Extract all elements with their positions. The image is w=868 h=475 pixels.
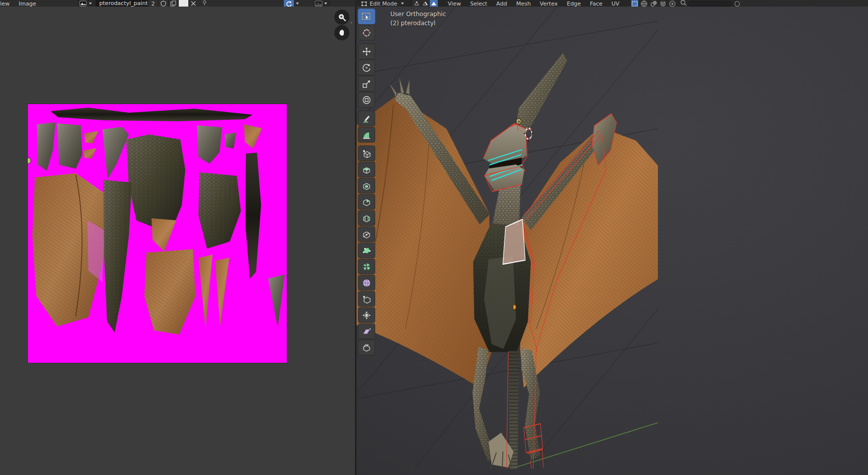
- tool-add-cube[interactable]: [358, 146, 375, 161]
- close-icon: [191, 1, 196, 6]
- object-origin-dot: [513, 305, 516, 309]
- region-divider[interactable]: [355, 0, 356, 475]
- image-editor-header: View Image pterodactyl_painted 2: [0, 0, 355, 7]
- header-filter-field[interactable]: [688, 1, 732, 7]
- edge-slide-icon: [362, 295, 371, 304]
- select-box-mode-icon: [632, 1, 638, 7]
- display-channels-button[interactable]: [313, 0, 330, 7]
- tool-spin[interactable]: [358, 259, 375, 274]
- shrink-fatten-icon: [362, 311, 371, 320]
- shield-icon: [161, 1, 166, 7]
- proportional-edit-button[interactable]: [669, 0, 676, 7]
- unlink-image-button[interactable]: [188, 0, 198, 7]
- image-users-button[interactable]: 2: [148, 0, 158, 7]
- mode-selector[interactable]: Edit Mode: [360, 0, 407, 7]
- duplicate-icon: [170, 1, 176, 7]
- annotate-pencil-icon: [362, 114, 371, 123]
- tool-measure[interactable]: [358, 127, 375, 142]
- pivot-icon: [650, 1, 657, 7]
- menu-face[interactable]: Face: [585, 1, 607, 7]
- snap-magnet-button[interactable]: [659, 0, 667, 7]
- viewport-overlay-text: User Orthographic (2) pterodactyl: [390, 10, 446, 28]
- tool-shrink-fatten[interactable]: [358, 307, 375, 323]
- viewport-toolbar: [358, 9, 375, 356]
- viewport-3d[interactable]: User Orthographic (2) pterodactyl: [356, 7, 868, 475]
- menu-image[interactable]: Image: [14, 1, 40, 7]
- tool-transform[interactable]: [358, 92, 375, 108]
- shear-icon: [362, 327, 371, 336]
- uv-texture-image[interactable]: [28, 104, 287, 363]
- pivot-point-button[interactable]: [650, 0, 657, 7]
- image-name-field[interactable]: pterodactyl_painted: [95, 0, 148, 7]
- mode-label: Edit Mode: [368, 1, 399, 7]
- viewport-header: Edit Mode View Select Add Mesh Vertex Ed…: [355, 0, 740, 7]
- uv-image-editor[interactable]: ‹: [0, 7, 355, 475]
- menu-view[interactable]: View: [443, 1, 466, 7]
- inset-icon: [362, 181, 371, 191]
- image-swatch[interactable]: [178, 0, 188, 7]
- proportional-circle-icon: [669, 1, 676, 7]
- tool-cursor[interactable]: [358, 25, 375, 40]
- menu-vertex[interactable]: Vertex: [535, 1, 562, 7]
- xray-toggle-icon[interactable]: [735, 1, 740, 7]
- blender-window: { "image_editor": { "menus": ["View", "I…: [0, 0, 868, 475]
- extrude-icon: [362, 165, 371, 174]
- globe-icon: [641, 1, 647, 7]
- tool-loop-cut[interactable]: [358, 210, 375, 226]
- orientation-globe-button[interactable]: [640, 0, 648, 7]
- face-select-mode-button[interactable]: [429, 0, 438, 7]
- viewport-canvas: [356, 7, 868, 475]
- new-image-button[interactable]: [168, 0, 178, 7]
- tool-rotate[interactable]: [358, 60, 375, 75]
- chevron-down-icon[interactable]: [296, 3, 299, 5]
- gizmo-toggle-button[interactable]: [631, 0, 639, 7]
- fake-user-shield-button[interactable]: [158, 0, 168, 7]
- tool-scale[interactable]: [358, 76, 375, 91]
- loop-cut-icon: [362, 214, 371, 223]
- region-collapse-arrow[interactable]: ‹: [350, 20, 352, 25]
- vertex-select-mode-button[interactable]: [412, 0, 420, 7]
- tool-poly-build[interactable]: [358, 243, 375, 258]
- tool-bevel[interactable]: [358, 194, 375, 210]
- pterodactyl-mesh: [356, 53, 658, 468]
- image-browse-button[interactable]: [78, 0, 95, 7]
- add-cube-icon: [362, 149, 371, 158]
- tool-select-box[interactable]: [358, 9, 375, 24]
- smooth-icon: [362, 278, 371, 288]
- tool-shear[interactable]: [358, 323, 375, 339]
- move-icon: [362, 47, 371, 56]
- transform-icon: [362, 96, 371, 105]
- search-icon[interactable]: [680, 0, 687, 7]
- tool-annotate[interactable]: [358, 111, 375, 126]
- uv-sticky-mode-button[interactable]: [284, 0, 294, 7]
- tool-rip-region[interactable]: [358, 340, 375, 355]
- measure-icon: [362, 130, 371, 139]
- knife-icon: [362, 230, 371, 239]
- view-name-text: User Orthographic: [390, 10, 446, 19]
- zoom-icon: [338, 13, 346, 22]
- tool-edge-slide[interactable]: [358, 291, 375, 307]
- selected-face[interactable]: [503, 219, 525, 264]
- rotate-icon: [362, 63, 371, 72]
- menu-uv[interactable]: UV: [607, 1, 624, 7]
- bevel-icon: [362, 198, 371, 207]
- pan-gizmo-button[interactable]: [334, 25, 349, 40]
- zoom-gizmo-button[interactable]: [334, 10, 349, 25]
- menu-edge[interactable]: Edge: [562, 1, 585, 7]
- tool-extrude-region[interactable]: [358, 162, 375, 177]
- tool-knife[interactable]: [358, 226, 375, 242]
- chevron-down-icon: [324, 3, 327, 5]
- tool-smooth[interactable]: [358, 275, 375, 291]
- edit-mode-icon: [361, 1, 368, 7]
- edge-select-mode-button[interactable]: [421, 0, 429, 7]
- select-box-icon: [362, 12, 372, 21]
- tool-inset-faces[interactable]: [358, 178, 375, 194]
- menu-view[interactable]: View: [0, 1, 14, 7]
- vertex-mode-icon: [414, 1, 420, 6]
- tool-move[interactable]: [358, 43, 375, 59]
- rip-region-icon: [362, 343, 371, 352]
- menu-mesh[interactable]: Mesh: [512, 1, 535, 7]
- pin-image-button[interactable]: [201, 0, 208, 7]
- menu-add[interactable]: Add: [492, 1, 512, 7]
- menu-select[interactable]: Select: [466, 1, 492, 7]
